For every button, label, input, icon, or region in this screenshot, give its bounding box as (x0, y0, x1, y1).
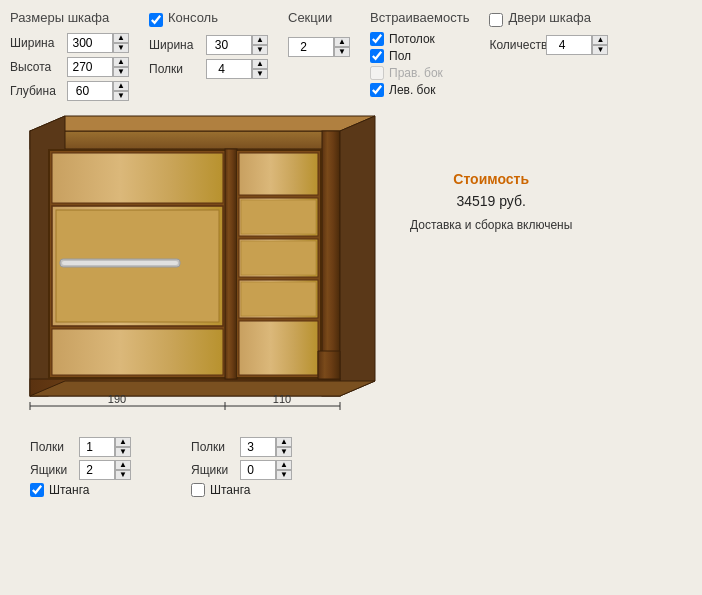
cost-title: Стоимость (410, 171, 572, 187)
left-drawers-up-btn[interactable]: ▲ (115, 460, 131, 470)
doors-qty-input[interactable] (546, 35, 592, 55)
sections-title: Секции (288, 10, 350, 25)
sizes-title: Размеры шкафа (10, 10, 129, 25)
sections-spinner[interactable]: ▲ ▼ (288, 37, 350, 57)
console-width-up-btn[interactable]: ▲ (252, 35, 268, 45)
svg-marker-5 (340, 116, 375, 396)
svg-rect-15 (52, 329, 223, 375)
console-shelves-label: Полки (149, 62, 201, 76)
right-shelves-up-btn[interactable]: ▲ (276, 437, 292, 447)
width-spinner[interactable]: ▲ ▼ (67, 33, 129, 53)
doors-group: Двери шкафа Количество ▲ ▼ (489, 10, 608, 55)
left-drawers-spinner[interactable]: ▲ ▼ (79, 460, 131, 480)
left-drawers-input[interactable] (79, 460, 115, 480)
right-rod-row: Штанга (191, 483, 292, 497)
left-section-controls: Полки ▲ ▼ Ящики ▲ (30, 437, 131, 497)
doors-qty-up-btn[interactable]: ▲ (592, 35, 608, 45)
height-spinner[interactable]: ▲ ▼ (67, 57, 129, 77)
main-area: 190 110 Полки ▲ ▼ (10, 111, 692, 497)
doors-qty-down-btn[interactable]: ▼ (592, 45, 608, 55)
cost-value: 34519 руб. (410, 193, 572, 209)
embed-floor-checkbox[interactable] (370, 49, 384, 63)
left-rod-row: Штанга (30, 483, 131, 497)
doors-qty-spinner[interactable]: ▲ ▼ (546, 35, 608, 55)
right-drawers-spinner[interactable]: ▲ ▼ (240, 460, 292, 480)
sizes-group: Размеры шкафа Ширина ▲ ▼ Высота ▲ ▼ (10, 10, 129, 101)
right-rod-checkbox[interactable] (191, 483, 205, 497)
cabinet-canvas: 190 110 Полки ▲ ▼ (10, 111, 400, 497)
left-drawers-label: Ящики (30, 463, 74, 477)
right-shelves-input[interactable] (240, 437, 276, 457)
left-shelves-input[interactable] (79, 437, 115, 457)
right-section-controls: Полки ▲ ▼ Ящики ▲ (191, 437, 292, 497)
svg-rect-10 (52, 153, 223, 203)
embed-left-checkbox[interactable] (370, 83, 384, 97)
left-shelves-up-btn[interactable]: ▲ (115, 437, 131, 447)
left-shelves-down-btn[interactable]: ▼ (115, 447, 131, 457)
left-rod-checkbox[interactable] (30, 483, 44, 497)
width-input[interactable] (67, 33, 113, 53)
console-shelves-spinner[interactable]: ▲ ▼ (206, 59, 268, 79)
embed-title: Встраиваемость (370, 10, 469, 25)
cost-section: Стоимость 34519 руб. Доставка и сборка в… (410, 171, 572, 234)
right-drawers-label: Ящики (191, 463, 235, 477)
svg-rect-20 (241, 200, 316, 234)
svg-rect-18 (239, 153, 318, 195)
console-shelves-input[interactable] (206, 59, 252, 79)
cabinet-svg: 190 110 (10, 111, 380, 421)
embed-left-label: Лев. бок (389, 83, 435, 97)
left-shelves-label: Полки (30, 440, 74, 454)
svg-rect-22 (241, 241, 316, 275)
console-width-input[interactable] (206, 35, 252, 55)
right-shelves-spinner[interactable]: ▲ ▼ (240, 437, 292, 457)
svg-rect-25 (239, 321, 318, 375)
sections-input[interactable] (288, 37, 334, 57)
embed-right-label: Прав. бок (389, 66, 443, 80)
left-drawers-down-btn[interactable]: ▼ (115, 470, 131, 480)
embed-floor-row: Пол (370, 49, 469, 63)
console-group: Консоль Ширина ▲ ▼ Полки ▲ ▼ (149, 10, 268, 79)
depth-spinner[interactable]: ▲ ▼ (67, 81, 129, 101)
embed-ceiling-label: Потолок (389, 32, 435, 46)
svg-rect-14 (62, 261, 178, 265)
sections-group: Секции ▲ ▼ (288, 10, 350, 57)
left-shelves-spinner[interactable]: ▲ ▼ (79, 437, 131, 457)
doors-checkbox[interactable] (489, 13, 503, 27)
embed-ceiling-row: Потолок (370, 32, 469, 46)
svg-rect-16 (225, 149, 237, 379)
sections-up-btn[interactable]: ▲ (334, 37, 350, 47)
left-rod-label: Штанга (49, 483, 89, 497)
depth-down-btn[interactable]: ▼ (113, 91, 129, 101)
embed-group: Встраиваемость Потолок Пол Прав. бок Лев… (370, 10, 469, 97)
height-up-btn[interactable]: ▲ (113, 57, 129, 67)
right-drawers-up-btn[interactable]: ▲ (276, 460, 292, 470)
embed-ceiling-checkbox[interactable] (370, 32, 384, 46)
console-width-down-btn[interactable]: ▼ (252, 45, 268, 55)
console-width-spinner[interactable]: ▲ ▼ (206, 35, 268, 55)
width-up-btn[interactable]: ▲ (113, 33, 129, 43)
console-checkbox[interactable] (149, 13, 163, 27)
width-down-btn[interactable]: ▼ (113, 43, 129, 53)
console-shelves-down-btn[interactable]: ▼ (252, 69, 268, 79)
depth-up-btn[interactable]: ▲ (113, 81, 129, 91)
height-input[interactable] (67, 57, 113, 77)
right-shelves-down-btn[interactable]: ▼ (276, 447, 292, 457)
console-shelves-up-btn[interactable]: ▲ (252, 59, 268, 69)
height-label: Высота (10, 60, 62, 74)
svg-rect-24 (241, 282, 316, 316)
depth-label: Глубина (10, 84, 62, 98)
height-down-btn[interactable]: ▼ (113, 67, 129, 77)
right-shelves-label: Полки (191, 440, 235, 454)
depth-input[interactable] (67, 81, 113, 101)
dim-right-label: 110 (273, 393, 291, 405)
right-panel: Стоимость 34519 руб. Доставка и сборка в… (410, 111, 572, 234)
embed-floor-label: Пол (389, 49, 411, 63)
cost-delivery: Доставка и сборка включены (410, 217, 572, 234)
doors-title: Двери шкафа (508, 10, 590, 25)
sections-down-btn[interactable]: ▼ (334, 47, 350, 57)
console-title: Консоль (168, 10, 218, 25)
right-drawers-input[interactable] (240, 460, 276, 480)
embed-right-checkbox[interactable] (370, 66, 384, 80)
width-label: Ширина (10, 36, 62, 50)
right-drawers-down-btn[interactable]: ▼ (276, 470, 292, 480)
